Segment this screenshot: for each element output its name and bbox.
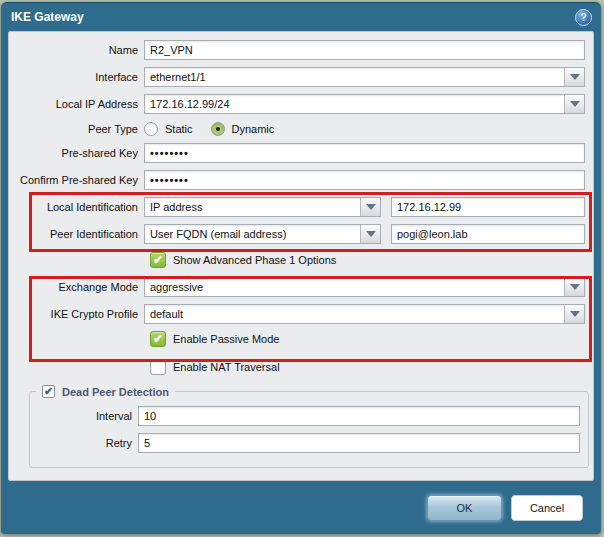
preshared-key-input[interactable]: •••••••• (144, 143, 585, 163)
interface-dropdown-button[interactable] (564, 68, 584, 86)
interval-input[interactable]: 10 (138, 406, 580, 426)
interval-row: Interval 10 (30, 406, 580, 426)
exchange-mode-value: aggressive (150, 281, 203, 293)
peer-identification-label: Peer Identification (9, 228, 144, 240)
local-ip-value: 172.16.12.99/24 (150, 98, 230, 110)
local-ip-select[interactable]: 172.16.12.99/24 (144, 94, 585, 114)
dead-peer-detection-legend: ✔ Dead Peer Detection (36, 385, 175, 398)
local-identification-dropdown-button[interactable] (360, 198, 380, 216)
chevron-down-icon (570, 284, 580, 290)
chevron-down-icon (570, 311, 580, 317)
enable-passive-mode-label: Enable Passive Mode (173, 333, 279, 345)
peer-identification-dropdown-button[interactable] (360, 225, 380, 243)
local-identification-type-select[interactable]: IP address (144, 197, 381, 217)
chevron-down-icon (366, 231, 376, 237)
chevron-down-icon (570, 74, 580, 80)
exchange-mode-dropdown-button[interactable] (564, 278, 584, 296)
dialog-body: Name R2_VPN Interface ethernet1/1 Local … (8, 31, 594, 481)
cancel-button[interactable]: Cancel (511, 495, 583, 521)
dead-peer-detection-checkbox[interactable]: ✔ (42, 385, 55, 398)
preshared-key-row: Pre-shared Key •••••••• (9, 143, 593, 163)
confirm-preshared-key-row: Confirm Pre-shared Key •••••••• (9, 170, 593, 190)
peer-type-row: Peer Type Static Dynamic (9, 121, 593, 137)
peer-type-dynamic-label: Dynamic (232, 123, 275, 135)
interface-select[interactable]: ethernet1/1 (144, 67, 585, 87)
ike-crypto-profile-dropdown-button[interactable] (564, 305, 584, 323)
dialog-title: IKE Gateway (11, 10, 84, 24)
enable-passive-mode-row: ✔ Enable Passive Mode (150, 331, 593, 347)
peer-identification-type-select[interactable]: User FQDN (email address) (144, 224, 381, 244)
peer-identification-row: Peer Identification User FQDN (email add… (9, 224, 593, 244)
dead-peer-detection-label: Dead Peer Detection (62, 386, 169, 398)
enable-nat-traversal-label: Enable NAT Traversal (173, 361, 280, 373)
name-label: Name (9, 44, 144, 56)
local-identification-value-input[interactable]: 172.16.12.99 (391, 197, 585, 217)
exchange-mode-label: Exchange Mode (9, 281, 144, 293)
local-ip-row: Local IP Address 172.16.12.99/24 (9, 94, 593, 114)
retry-label: Retry (30, 437, 138, 449)
peer-type-static-radio[interactable] (144, 122, 158, 136)
exchange-mode-select[interactable]: aggressive (144, 277, 585, 297)
preshared-key-label: Pre-shared Key (9, 147, 144, 159)
ike-crypto-profile-row: IKE Crypto Profile default (9, 304, 593, 324)
chevron-down-icon (570, 101, 580, 107)
dialog-footer: OK Cancel (1, 482, 601, 534)
interface-label: Interface (9, 71, 144, 83)
show-advanced-label: Show Advanced Phase 1 Options (173, 254, 336, 266)
confirm-preshared-key-input[interactable]: •••••••• (144, 170, 585, 190)
peer-type-label: Peer Type (9, 123, 144, 135)
help-icon[interactable]: ? (575, 9, 592, 26)
ike-crypto-profile-select[interactable]: default (144, 304, 585, 324)
confirm-preshared-key-label: Confirm Pre-shared Key (9, 174, 144, 186)
retry-row: Retry 5 (30, 433, 580, 453)
chevron-down-icon (366, 204, 376, 210)
local-identification-row: Local Identification IP address 172.16.1… (9, 197, 593, 217)
interface-value: ethernet1/1 (150, 71, 206, 83)
show-advanced-row: ✔ Show Advanced Phase 1 Options (150, 252, 593, 268)
enable-passive-mode-checkbox[interactable]: ✔ (150, 331, 166, 347)
local-ip-dropdown-button[interactable] (564, 95, 584, 113)
name-row: Name R2_VPN (9, 40, 593, 60)
peer-type-static-label: Static (165, 123, 193, 135)
enable-nat-traversal-checkbox[interactable] (150, 359, 166, 375)
exchange-mode-row: Exchange Mode aggressive (9, 277, 593, 297)
ike-crypto-profile-value: default (150, 308, 183, 320)
peer-type-dynamic-radio[interactable] (211, 122, 225, 136)
retry-input[interactable]: 5 (138, 433, 580, 453)
show-advanced-checkbox[interactable]: ✔ (150, 252, 166, 268)
local-ip-label: Local IP Address (9, 98, 144, 110)
local-identification-label: Local Identification (9, 201, 144, 213)
peer-identification-value-input[interactable]: pogi@leon.lab (391, 224, 585, 244)
ok-button[interactable]: OK (427, 495, 502, 521)
peer-identification-type-value: User FQDN (email address) (150, 228, 286, 240)
enable-nat-traversal-row: Enable NAT Traversal (150, 359, 593, 375)
interval-label: Interval (30, 410, 138, 422)
local-identification-type-value: IP address (150, 201, 202, 213)
dialog-titlebar: IKE Gateway ? (1, 3, 601, 31)
interface-row: Interface ethernet1/1 (9, 67, 593, 87)
ike-gateway-dialog: IKE Gateway ? Name R2_VPN Interface ethe… (1, 2, 601, 534)
dead-peer-detection-group: ✔ Dead Peer Detection Interval 10 Retry … (29, 385, 589, 468)
ike-crypto-profile-label: IKE Crypto Profile (9, 308, 144, 320)
name-input[interactable]: R2_VPN (144, 40, 585, 60)
